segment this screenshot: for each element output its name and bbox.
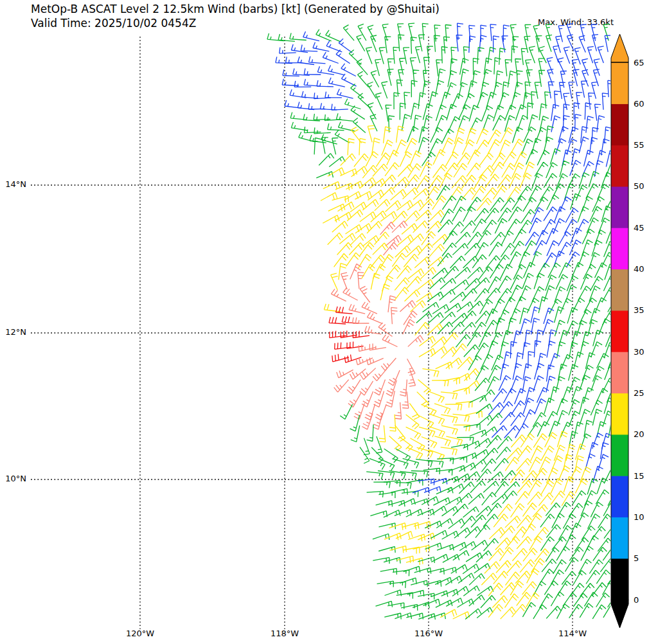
- colorbar-tick-30: 30: [634, 347, 645, 357]
- colorbar-tick-5: 5: [634, 553, 639, 563]
- gridlines: [31, 37, 610, 629]
- colorbar-tick-55: 55: [634, 140, 645, 150]
- colorbar-tick-65: 65: [634, 58, 645, 67]
- colorbar-tick-50: 50: [634, 181, 645, 191]
- ascat-wind-map-figure: MetOp-B ASCAT Level 2 12.5km Wind (barbs…: [0, 0, 649, 644]
- colorbar-tick-40: 40: [634, 264, 645, 274]
- colorbar-tick-15: 15: [634, 471, 645, 481]
- colorbar-tick-0: 0: [634, 595, 639, 605]
- colorbar-tick-25: 25: [634, 388, 645, 398]
- colorbar-tick-35: 35: [634, 305, 645, 315]
- colorbar-tick-20: 20: [634, 429, 645, 439]
- colorbar-tick-45: 45: [634, 223, 645, 233]
- wind-barbs-layer: [267, 23, 622, 620]
- wind-map-canvas: 05101520253035404550556065: [0, 0, 649, 644]
- colorbar: 05101520253035404550556065: [610, 33, 648, 631]
- colorbar-tick-10: 10: [634, 512, 645, 522]
- colorbar-tick-60: 60: [634, 99, 645, 109]
